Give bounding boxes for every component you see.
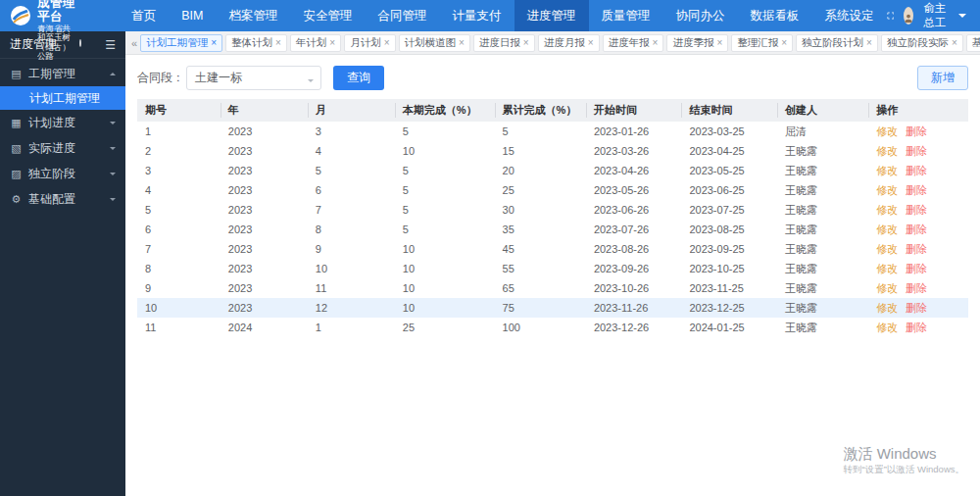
top-nav-item[interactable]: 质量管理: [589, 0, 663, 31]
table-row[interactable]: 3202355202023-04-262023-05-25王晓露修改删除: [137, 161, 968, 180]
top-nav-item[interactable]: BIM: [169, 0, 216, 31]
table-row[interactable]: 820231010552023-09-262023-10-25王晓露修改删除: [137, 259, 968, 278]
edit-link[interactable]: 修改: [876, 263, 898, 274]
tab-close-icon[interactable]: ×: [211, 38, 217, 48]
table-cell: 2: [137, 141, 220, 161]
edit-link[interactable]: 修改: [876, 223, 898, 235]
edit-link[interactable]: 修改: [876, 322, 898, 333]
table-actions-cell: 修改删除: [868, 259, 968, 278]
table-cell: 2023-11-25: [681, 278, 777, 298]
tab-close-icon[interactable]: ×: [275, 38, 281, 48]
page-tab[interactable]: 基础项配置 ×: [966, 34, 980, 52]
edit-link[interactable]: 修改: [876, 165, 898, 176]
tab-close-icon[interactable]: ×: [384, 38, 390, 48]
delete-link[interactable]: 删除: [906, 223, 927, 235]
contract-section-select[interactable]: 土建一标: [186, 66, 321, 90]
tab-close-icon[interactable]: ×: [459, 38, 465, 48]
page-tab[interactable]: 进度日报 ×: [473, 34, 535, 52]
table-cell: 15: [495, 141, 586, 161]
table-cell: 65: [495, 278, 586, 298]
table-row[interactable]: 120233552023-01-262023-03-25屈清修改删除: [137, 122, 968, 141]
page-tab[interactable]: 进度季报 ×: [666, 34, 728, 52]
page-tab-label: 进度年报: [609, 36, 650, 50]
delete-link[interactable]: 删除: [906, 165, 927, 176]
table-row[interactable]: 6202385352023-07-262023-08-25王晓露修改删除: [137, 220, 968, 239]
user-name[interactable]: 俞主总工: [923, 1, 949, 30]
table-row[interactable]: 22023410152023-03-262023-04-25王晓露修改删除: [137, 141, 968, 161]
top-nav-item[interactable]: 合同管理: [366, 0, 440, 31]
tab-close-icon[interactable]: ×: [329, 38, 335, 48]
add-button[interactable]: 新增: [917, 66, 968, 90]
delete-link[interactable]: 删除: [906, 204, 927, 216]
page-tab[interactable]: 整理汇报 ×: [731, 34, 793, 52]
table-cell: 4: [137, 180, 220, 200]
search-button[interactable]: 查询: [333, 66, 384, 90]
edit-link[interactable]: 修改: [876, 282, 898, 294]
user-avatar[interactable]: [904, 7, 913, 25]
sidebar-menu-item[interactable]: ▧ 实际进度: [0, 135, 125, 161]
delete-link[interactable]: 删除: [906, 125, 927, 137]
table-cell: 45: [495, 239, 586, 259]
schedule-table: 期号年月本期完成（%）累计完成（%）开始时间结束时间创建人操作 12023355…: [137, 99, 968, 337]
top-nav-item[interactable]: 系统设定: [812, 0, 887, 31]
top-nav-item[interactable]: 安全管理: [291, 0, 366, 31]
tab-close-icon[interactable]: ×: [781, 38, 787, 48]
edit-link[interactable]: 修改: [876, 243, 898, 255]
edit-link[interactable]: 修改: [876, 125, 898, 137]
user-caret-down-icon[interactable]: [958, 14, 966, 22]
fullscreen-icon[interactable]: [887, 9, 895, 23]
edit-link[interactable]: 修改: [876, 204, 898, 216]
top-nav-item[interactable]: 计量支付: [440, 0, 514, 31]
tab-close-icon[interactable]: ×: [653, 38, 659, 48]
edit-link[interactable]: 修改: [876, 145, 898, 157]
table-row[interactable]: 4202365252023-05-262023-06-25王晓露修改删除: [137, 180, 968, 200]
delete-link[interactable]: 删除: [906, 282, 927, 294]
top-nav-item[interactable]: 进度管理: [514, 0, 589, 31]
sidebar-menu-item[interactable]: ▨ 独立阶段: [0, 161, 125, 186]
tab-close-icon[interactable]: ×: [588, 38, 594, 48]
page-tab[interactable]: 独立阶段计划 ×: [796, 34, 878, 52]
top-nav-item[interactable]: 首页: [119, 0, 169, 31]
page-tab[interactable]: 进度年报 ×: [603, 34, 664, 52]
table-cell: 8: [137, 259, 220, 278]
tabs-scroll-left-icon[interactable]: «: [128, 37, 140, 49]
page-tab[interactable]: 年计划 ×: [290, 34, 341, 52]
table-cell: 2023-03-25: [681, 122, 777, 141]
sidebar-menu-item[interactable]: ▦ 计划进度: [0, 110, 125, 135]
delete-link[interactable]: 删除: [906, 302, 927, 314]
table-row[interactable]: 920231110652023-10-262023-11-25王晓露修改删除: [137, 278, 968, 298]
delete-link[interactable]: 删除: [906, 263, 927, 274]
tab-close-icon[interactable]: ×: [866, 38, 872, 48]
page-tab[interactable]: 整体计划 ×: [225, 34, 287, 52]
table-row[interactable]: 1020231210752023-11-262023-12-25王晓露修改删除: [137, 298, 968, 318]
tab-close-icon[interactable]: ×: [716, 38, 722, 48]
top-nav-item[interactable]: 数据看板: [738, 0, 812, 31]
edit-link[interactable]: 修改: [876, 302, 898, 314]
tab-close-icon[interactable]: ×: [523, 38, 529, 48]
collapse-menu-icon[interactable]: ☰: [105, 38, 116, 52]
table-row[interactable]: 1120241251002023-12-262024-01-25王晓露修改删除: [137, 318, 968, 337]
table-header-row: 期号年月本期完成（%）累计完成（%）开始时间结束时间创建人操作: [137, 99, 968, 122]
table-cell: 王晓露: [777, 161, 868, 180]
delete-link[interactable]: 删除: [906, 243, 927, 255]
sidebar-submenu-item[interactable]: 计划工期管理: [0, 86, 125, 110]
tab-close-icon[interactable]: ×: [952, 38, 957, 48]
page-tab[interactable]: 进度月报 ×: [538, 34, 600, 52]
delete-link[interactable]: 删除: [906, 184, 927, 196]
sidebar-menu-item[interactable]: ▤ 工期管理: [0, 61, 125, 86]
sidebar-menu-item[interactable]: ⚙ 基础配置: [0, 186, 125, 212]
page-tab[interactable]: 计划横道图 ×: [399, 34, 470, 52]
table-row[interactable]: 72023910452023-08-262023-09-25王晓露修改删除: [137, 239, 968, 259]
page-tab[interactable]: 独立阶段实际 ×: [881, 34, 963, 52]
delete-link[interactable]: 删除: [906, 145, 927, 157]
top-nav-item[interactable]: 协同办公: [663, 0, 738, 31]
page-tab[interactable]: 月计划 ×: [344, 34, 395, 52]
table-cell: 5: [495, 122, 586, 141]
edit-link[interactable]: 修改: [876, 184, 898, 196]
delete-link[interactable]: 删除: [906, 322, 927, 333]
table-row[interactable]: 5202375302023-06-262023-07-25王晓露修改删除: [137, 200, 968, 220]
table-cell: 王晓露: [777, 200, 868, 220]
app-window: 高等级公路集成管理平台 青海省共和至玉树（结古）公路 首页BIM档案管理安全管理…: [0, 0, 980, 496]
top-nav-item[interactable]: 档案管理: [217, 0, 291, 31]
page-tab[interactable]: 计划工期管理 ×: [140, 34, 222, 52]
